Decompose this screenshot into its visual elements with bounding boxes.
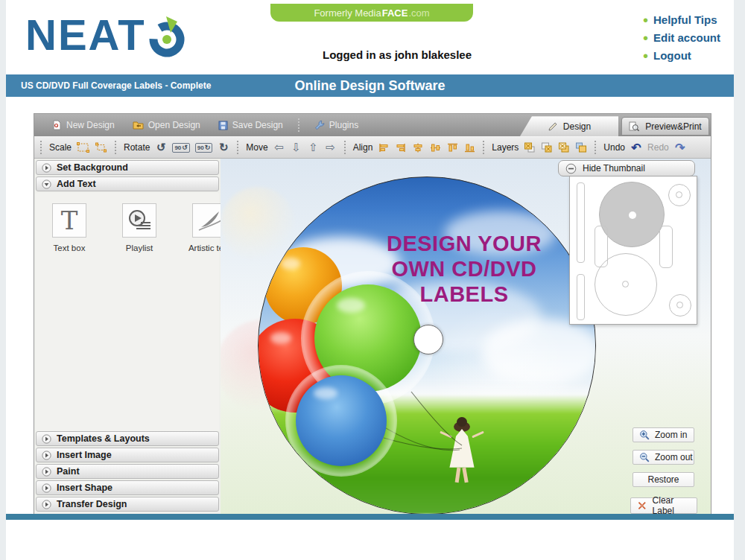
product-title-bar: US CD/DVD Full Coverage Labels - Complet… (6, 74, 734, 97)
move-group: Move ⇦ ⇩ ⇧ ⇨ (246, 141, 336, 154)
toolbar-separator (595, 141, 597, 154)
chevron-right-circle-icon (42, 163, 51, 173)
send-backward-icon[interactable] (575, 142, 587, 153)
panel-set-background[interactable]: Set Background (36, 160, 219, 175)
page-right-margin (734, 0, 745, 560)
panel-templates-layouts[interactable]: Templates & Layouts (36, 431, 219, 446)
align-center-vertical-icon[interactable] (429, 143, 441, 153)
quick-links: • Helpful Tips • Edit account • Logout (643, 13, 720, 67)
zoom-out-icon (639, 452, 650, 462)
panel-add-text[interactable]: Add Text (36, 176, 219, 191)
sheet-layout-thumbnail[interactable] (569, 176, 697, 325)
tool-text-box[interactable]: T Text box (43, 203, 95, 252)
banner-text-bold: FACE (382, 7, 408, 19)
cd-label-design[interactable]: DESIGN YOUR OWN CD/DVD LABELS (258, 176, 596, 515)
logo-o-mark-icon (147, 15, 187, 58)
disc-headline-text[interactable]: DESIGN YOUR OWN CD/DVD LABELS (346, 231, 582, 307)
preview-magnifier-icon (629, 121, 640, 132)
toolbar-separator (483, 141, 485, 154)
add-text-tools: T Text box Pl (43, 203, 235, 252)
new-design-button[interactable]: New Design (43, 114, 124, 136)
tool-playlist[interactable]: Playlist (113, 203, 165, 252)
panel-insert-shape[interactable]: Insert Shape (36, 480, 219, 495)
site-header: NEAT Formerly MediaFACE.com Logged in as… (6, 0, 734, 74)
rotate-left-90-icon[interactable]: 90↺ (172, 143, 189, 153)
save-design-button[interactable]: Save Design (209, 114, 292, 136)
layers-group: Layers (492, 142, 587, 153)
banner-text-pre: Formerly Media (314, 7, 381, 19)
rotate-left-icon[interactable]: ↺ (155, 141, 167, 154)
disc-center-hole (413, 325, 443, 354)
design-canvas[interactable]: DESIGN YOUR OWN CD/DVD LABELS Hide Thumb… (221, 159, 711, 515)
rotate-right-icon[interactable]: ↻ (218, 141, 229, 154)
chevron-right-circle-icon (42, 500, 51, 509)
rotate-group: Rotate ↺ 90↺ 90↻ ↻ (124, 141, 229, 154)
thumb-strip (577, 182, 585, 263)
move-down-icon[interactable]: ⇩ (291, 141, 302, 154)
edit-toolbar: Scale Rotate ↺ 90↺ 90↻ ↻ Move ⇦ ⇩ ⇧ ⇨ Al… (34, 136, 711, 159)
bullet-icon: • (643, 34, 648, 42)
align-left-icon[interactable] (378, 143, 390, 153)
save-floppy-icon (218, 121, 228, 130)
new-design-icon (52, 120, 62, 130)
move-left-icon[interactable]: ⇦ (273, 141, 285, 154)
toolbar-handle (40, 141, 42, 154)
hide-thumbnail-button[interactable]: Hide Thumbnail (558, 160, 695, 176)
neato-logo[interactable]: NEAT (25, 12, 187, 58)
thumb-mini-hole (676, 302, 683, 308)
restore-button[interactable]: Restore (633, 472, 694, 487)
scale-up-icon[interactable] (77, 142, 89, 153)
page-left-margin (0, 0, 6, 560)
text-box-icon: T (61, 208, 78, 233)
bullet-icon: • (643, 51, 648, 60)
link-edit-account[interactable]: • Edit account (643, 31, 720, 44)
toolbar-separator (115, 141, 117, 154)
clear-label-icon (637, 500, 647, 511)
align-right-icon[interactable] (395, 143, 407, 153)
move-right-icon[interactable]: ⇨ (325, 141, 337, 154)
undo-redo-group: Undo ↶ Redo ↷ (603, 141, 685, 155)
zoom-in-button[interactable]: Zoom in (633, 427, 694, 442)
workspace: Set Background Add Text T Text box (34, 159, 711, 515)
zoom-in-icon (639, 430, 650, 440)
chevron-right-circle-icon (42, 434, 51, 444)
clear-label-button[interactable]: Clear Label (630, 497, 697, 514)
panel-paint[interactable]: Paint (36, 464, 219, 479)
artistic-text-icon (196, 207, 223, 234)
panel-insert-image[interactable]: Insert Image (36, 448, 219, 462)
panel-transfer-design[interactable]: Transfer Design (36, 497, 219, 512)
align-bottom-icon[interactable] (463, 143, 475, 153)
tab-design[interactable]: Design (520, 116, 618, 136)
zoom-out-button[interactable]: Zoom out (633, 450, 694, 465)
plugins-button[interactable]: Plugins (305, 114, 367, 136)
mode-tabs: Design Preview&Print (520, 116, 709, 136)
design-app-frame: New Design Open Design Save Design Plugi… (34, 113, 711, 515)
chevron-down-circle-icon (42, 179, 51, 189)
open-design-button[interactable]: Open Design (124, 114, 209, 136)
undo-icon[interactable]: ↶ (630, 141, 642, 155)
toolbar-separator (237, 141, 239, 154)
chevron-right-circle-icon (42, 483, 51, 493)
align-center-horizontal-icon[interactable] (412, 143, 424, 153)
bring-to-front-icon[interactable] (524, 142, 536, 153)
app-title: Online Design Software (6, 74, 734, 97)
tab-preview-print[interactable]: Preview&Print (621, 117, 709, 136)
move-up-icon[interactable]: ⇧ (308, 141, 320, 154)
chevron-right-circle-icon (42, 451, 51, 460)
menubar-separator (298, 118, 299, 132)
link-helpful-tips[interactable]: • Helpful Tips (643, 13, 720, 26)
send-to-back-icon[interactable] (541, 142, 553, 153)
menubar: New Design Open Design Save Design Plugi… (34, 114, 711, 136)
scale-group: Scale (49, 142, 107, 153)
link-logout[interactable]: • Logout (643, 49, 720, 62)
rotate-right-90-icon[interactable]: 90↻ (195, 143, 212, 153)
formerly-mediaface-banner: Formerly MediaFACE.com (270, 4, 473, 22)
thumb-disc-selected[interactable] (599, 182, 665, 247)
scale-down-icon[interactable] (95, 142, 107, 153)
redo-icon[interactable]: ↷ (674, 141, 686, 155)
align-top-icon[interactable] (446, 143, 458, 153)
blue-balloon (285, 365, 397, 477)
logo-text: NEAT (25, 13, 146, 57)
bring-forward-icon[interactable] (558, 142, 570, 153)
bullet-icon: • (643, 16, 648, 25)
